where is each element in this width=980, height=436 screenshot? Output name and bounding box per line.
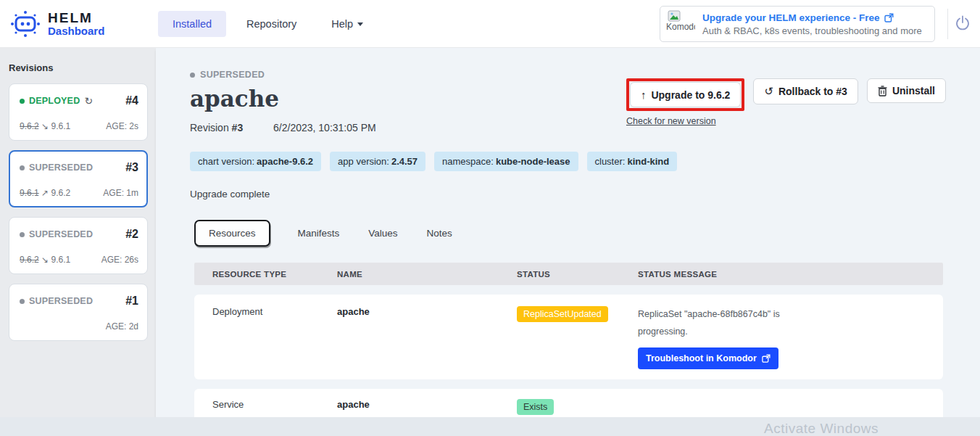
resource-status-cell: Exists	[517, 397, 638, 415]
col-header-status-message: STATUS MESSAGE	[638, 270, 943, 279]
status-message-cell: ReplicaSet "apache-68fb867c4b" is progre…	[638, 305, 943, 369]
nav-tab-repository-label: Repository	[246, 18, 296, 30]
status-dot	[20, 232, 25, 237]
status-dot	[20, 99, 25, 104]
nav-tab-repository[interactable]: Repository	[232, 11, 311, 37]
version-arrow-icon: ↘	[41, 121, 49, 131]
version-arrow-icon: ↘	[41, 255, 49, 265]
revision-age: AGE: 1m	[103, 188, 138, 198]
check-new-version-link[interactable]: Check for new version	[626, 116, 744, 126]
rollback-button[interactable]: ↺ Rollback to #3	[753, 78, 858, 104]
tab-notes[interactable]: Notes	[425, 221, 454, 245]
arrow-up-icon: ↑	[641, 89, 647, 101]
revision-number: #2	[125, 228, 138, 241]
logo-title: HELM	[48, 11, 104, 25]
revision-age: AGE: 26s	[101, 255, 138, 265]
revision-versions: 9.6.2 ↘ 9.6.1	[20, 255, 70, 265]
app-version-badge: app version:2.4.57	[330, 152, 425, 171]
col-header-status: STATUS	[517, 270, 638, 279]
nav-menu-help[interactable]: Help	[317, 11, 378, 37]
power-button[interactable]	[954, 15, 973, 33]
topbar-divider	[947, 9, 948, 39]
status-badge: Exists	[517, 399, 554, 415]
revision-age: AGE: 2d	[106, 321, 138, 332]
status-message-text: ReplicaSet "apache-68fb867c4b" is progre…	[638, 306, 786, 341]
version-arrow-icon: ↗	[41, 188, 49, 198]
helm-logo[interactable]: HELM Dashboard	[0, 9, 145, 38]
status-dot	[190, 73, 195, 78]
resource-status-cell: ReplicaSetUpdated	[517, 305, 638, 369]
release-description: Upgrade complete	[190, 189, 946, 200]
resource-name-cell: apache	[337, 397, 517, 415]
status-dot	[20, 299, 25, 304]
nav-tab-installed[interactable]: Installed	[158, 11, 226, 37]
release-actions: ↑ Upgrade to 9.6.2 Check for new version…	[626, 78, 946, 126]
activate-windows-watermark: Activate Windows	[764, 421, 879, 436]
revision-card-2[interactable]: SUPERSEDED #2 9.6.2 ↘ 9.6.1 AGE: 26s	[9, 217, 148, 274]
komodor-promo-banner[interactable]: Komodor Upgrade your HELM experience - F…	[660, 6, 935, 42]
external-link-icon	[762, 354, 771, 363]
external-link-icon	[884, 13, 894, 22]
table-row-deployment: Deployment apache ReplicaSetUpdated Repl…	[194, 295, 943, 379]
revision-date: 6/2/2023, 10:31:05 PM	[273, 122, 376, 133]
col-header-name: NAME	[337, 270, 517, 279]
revision-card-1[interactable]: SUPERSEDED #1 AGE: 2d	[9, 284, 148, 341]
upgrade-button[interactable]: ↑ Upgrade to 9.6.2	[630, 82, 741, 107]
chart-version-badge: chart version:apache-9.6.2	[190, 152, 321, 171]
status-message-cell	[638, 397, 943, 415]
revision-number: #3	[232, 122, 244, 133]
banner-image-alt-text: Komodor	[666, 22, 695, 32]
status-badge: ReplicaSetUpdated	[517, 306, 608, 322]
resource-type-cell: Deployment	[212, 305, 337, 369]
bottom-strip: Activate Windows	[0, 417, 980, 436]
revision-versions: 9.6.2 ↘ 9.6.1	[20, 121, 70, 131]
release-detail-panel: SUPERSEDED apache Revision #3 6/2/2023, …	[156, 48, 980, 417]
broken-image-icon: Komodor	[666, 9, 695, 39]
resource-type-cell: Service	[212, 397, 337, 415]
cluster-badge: cluster:kind-kind	[587, 152, 678, 171]
red-highlight-annotation: ↑ Upgrade to 9.6.2	[626, 78, 744, 111]
release-metadata-badges: chart version:apache-9.6.2 app version:2…	[190, 152, 946, 171]
detail-tabs: Resources Manifests Values Notes	[194, 220, 946, 247]
tab-resources[interactable]: Resources	[194, 220, 270, 247]
revisions-sidebar: Revisions DEPLOYED ↻ #4 9.6.2 ↘ 9.6.1 AG…	[0, 48, 156, 417]
main-nav: Installed Repository Help	[158, 11, 378, 37]
revision-status: SUPERSEDED	[20, 296, 93, 306]
uninstall-button[interactable]: Uninstall	[867, 78, 946, 103]
status-dot	[20, 165, 25, 170]
table-header-row: RESOURCE TYPE NAME STATUS STATUS MESSAGE	[194, 263, 943, 285]
resources-table: RESOURCE TYPE NAME STATUS STATUS MESSAGE…	[194, 263, 943, 423]
col-header-resource-type: RESOURCE TYPE	[212, 270, 337, 279]
revisions-title: Revisions	[9, 62, 150, 73]
revision-number: #3	[125, 161, 138, 174]
rollback-icon: ↺	[764, 85, 773, 98]
revision-status: SUPERSEDED	[20, 163, 93, 173]
revision-card-3[interactable]: SUPERSEDED #3 9.6.1 ↗ 9.6.2 AGE: 1m	[9, 150, 148, 207]
tab-manifests[interactable]: Manifests	[296, 221, 341, 245]
revision-number: #4	[125, 94, 138, 107]
banner-title[interactable]: Upgrade your HELM experience - Free	[702, 12, 880, 23]
chevron-down-icon	[357, 22, 363, 26]
tab-values[interactable]: Values	[367, 221, 399, 245]
nav-menu-help-label: Help	[331, 18, 353, 30]
logo-subtitle: Dashboard	[48, 25, 104, 37]
trash-icon	[878, 86, 887, 96]
top-bar: HELM Dashboard Installed Repository Help…	[0, 0, 980, 48]
helm-logo-icon	[10, 9, 41, 38]
revision-status: DEPLOYED ↻	[20, 95, 93, 107]
resource-name-cell: apache	[337, 305, 517, 369]
namespace-badge: namespace:kube-node-lease	[434, 152, 578, 171]
refresh-icon: ↻	[84, 95, 93, 107]
revision-number: #1	[125, 295, 138, 308]
revision-card-4[interactable]: DEPLOYED ↻ #4 9.6.2 ↘ 9.6.1 AGE: 2s	[9, 83, 148, 141]
revision-versions: 9.6.1 ↗ 9.6.2	[20, 188, 70, 198]
nav-tab-installed-label: Installed	[173, 18, 212, 30]
revision-status: SUPERSEDED	[20, 229, 93, 239]
revision-age: AGE: 2s	[106, 121, 138, 131]
troubleshoot-button[interactable]: Troubleshoot in Komodor	[638, 347, 778, 369]
banner-subtitle: Auth & RBAC, k8s events, troubleshooting…	[702, 25, 922, 36]
